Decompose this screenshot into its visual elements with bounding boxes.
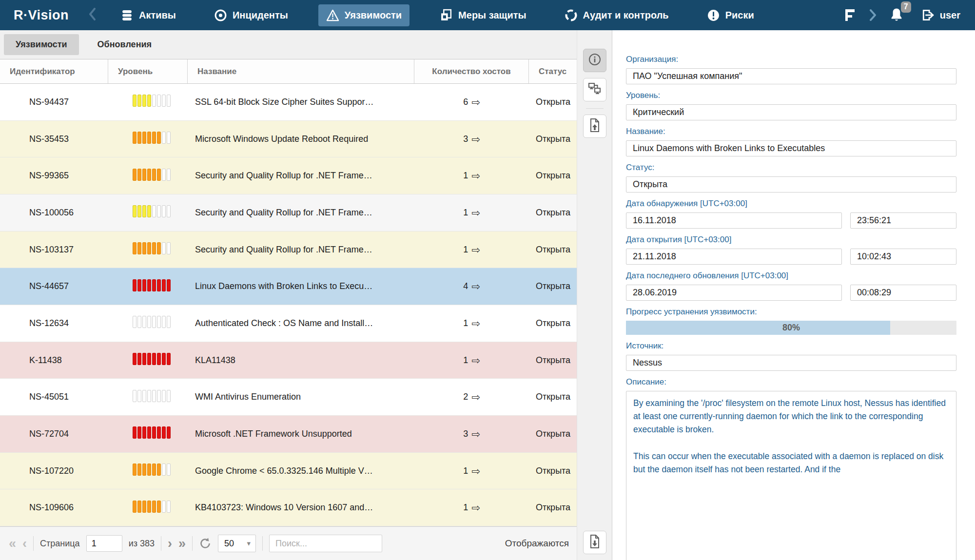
nav-item-label: Уязвимости xyxy=(345,10,402,21)
level-cell xyxy=(108,279,188,294)
vuln-status: Открыта xyxy=(529,134,577,144)
tab-updates[interactable]: Обновления xyxy=(86,34,163,55)
level-segment xyxy=(167,316,171,328)
column-header-level[interactable]: Уровень xyxy=(108,59,188,83)
severity-level-bar xyxy=(133,132,171,144)
refresh-button[interactable] xyxy=(199,537,212,550)
goto-hosts-arrow-icon[interactable]: ⇨ xyxy=(471,502,480,513)
column-header-id[interactable]: Идентификатор xyxy=(0,59,108,83)
import-file-button[interactable] xyxy=(583,115,606,138)
goto-hosts-arrow-icon[interactable]: ⇨ xyxy=(471,318,480,328)
collapse-menu-button[interactable] xyxy=(88,8,96,22)
table-row[interactable]: K-11438KLA114381⇨Открыта xyxy=(0,342,577,379)
vuln-id: NS-94437 xyxy=(0,97,108,107)
nav-item-audit[interactable]: Аудит и контроль xyxy=(557,4,677,26)
table-row[interactable]: NS-109606KB4103723: Windows 10 Version 1… xyxy=(0,489,577,526)
description-textarea[interactable]: By examining the '/proc' filesystem on t… xyxy=(626,391,956,560)
table-row[interactable]: NS-100056Security and Quality Rollup for… xyxy=(0,194,577,232)
level-input[interactable] xyxy=(626,104,956,120)
column-header-status[interactable]: Статус xyxy=(529,59,577,83)
level-segment xyxy=(157,132,161,144)
opened-date-input[interactable] xyxy=(626,249,842,265)
goto-hosts-arrow-icon[interactable]: ⇨ xyxy=(471,134,480,144)
table-row[interactable]: NS-12634Authenticated Check : OS Name an… xyxy=(0,305,577,342)
status-input[interactable] xyxy=(626,176,956,193)
goto-hosts-arrow-icon[interactable]: ⇨ xyxy=(471,355,480,366)
level-segment xyxy=(157,242,161,254)
user-menu[interactable]: user xyxy=(921,8,960,22)
status-label: Статус: xyxy=(626,163,956,173)
level-segment xyxy=(142,501,146,513)
goto-hosts-arrow-icon[interactable]: ⇨ xyxy=(471,97,480,107)
level-segment xyxy=(152,463,156,476)
audit-icon xyxy=(565,9,578,22)
table-row[interactable]: NS-45051WMI Antivirus Enumeration2⇨Откры… xyxy=(0,379,577,416)
level-segment xyxy=(162,316,166,328)
table-row[interactable]: NS-103137Security and Quality Rollup for… xyxy=(0,232,577,269)
search-input[interactable] xyxy=(269,535,382,552)
hosts-cell: 1⇨ xyxy=(414,318,529,328)
column-header-hosts[interactable]: Количество хостов xyxy=(414,59,529,83)
file-download-icon xyxy=(588,534,602,551)
table-row[interactable]: NS-72704Microsoft .NET Framework Unsuppo… xyxy=(0,416,577,453)
export-file-button[interactable] xyxy=(583,531,606,554)
goto-hosts-arrow-icon[interactable]: ⇨ xyxy=(471,466,480,476)
nav-item-incidents[interactable]: Инциденты xyxy=(206,4,296,26)
prev-page-button[interactable]: ‹ xyxy=(22,537,27,550)
level-segment xyxy=(147,353,151,365)
notifications-button[interactable]: 7 xyxy=(889,7,904,23)
hosts-panel-button[interactable] xyxy=(583,78,606,101)
table-row[interactable]: NS-35453Microsoft Windows Update Reboot … xyxy=(0,121,577,158)
updated-time-input[interactable] xyxy=(850,285,956,301)
severity-level-bar xyxy=(133,95,171,107)
org-structure-icon[interactable] xyxy=(844,8,857,22)
opened-time-input[interactable] xyxy=(850,249,956,265)
level-segment xyxy=(157,390,161,402)
vuln-status: Открыта xyxy=(529,466,577,476)
level-segment xyxy=(147,242,151,254)
name-input[interactable] xyxy=(626,140,956,156)
table-row[interactable]: NS-99365Security and Quality Rollup for … xyxy=(0,157,577,194)
last-page-button[interactable]: » xyxy=(178,537,186,550)
nav-item-vulnerabilities[interactable]: Уязвимости xyxy=(318,4,410,26)
level-segment xyxy=(133,169,136,181)
page-number-input[interactable] xyxy=(86,535,122,552)
info-panel-button[interactable] xyxy=(583,49,606,72)
vuln-id: NS-45051 xyxy=(0,392,108,402)
progress-label: Прогресс устранения уязвимости: xyxy=(626,307,956,317)
nav-item-measures[interactable]: Меры защиты xyxy=(432,4,534,26)
discovered-date-input[interactable] xyxy=(626,212,842,229)
nav-item-assets[interactable]: Активы xyxy=(113,4,184,26)
level-segment xyxy=(133,426,136,439)
level-segment xyxy=(167,501,171,513)
updated-date-input[interactable] xyxy=(626,285,842,301)
tab-vulnerabilities[interactable]: Уязвимости xyxy=(4,34,79,55)
hosts-cell: 1⇨ xyxy=(414,208,529,218)
toolbar-divider xyxy=(586,108,604,109)
source-input[interactable] xyxy=(626,355,956,371)
host-count: 1 xyxy=(463,318,468,328)
page-size-select[interactable]: 50 ▾ xyxy=(218,535,256,552)
level-segment xyxy=(137,426,141,439)
table-row[interactable]: NS-107220Google Chrome < 65.0.3325.146 M… xyxy=(0,453,577,490)
assets-icon xyxy=(120,9,134,22)
nav-item-risks[interactable]: Риски xyxy=(699,4,762,26)
level-segment xyxy=(167,132,171,144)
goto-hosts-arrow-icon[interactable]: ⇨ xyxy=(471,392,480,402)
table-row[interactable]: NS-44657Linux Daemons with Broken Links … xyxy=(0,268,577,305)
org-input[interactable] xyxy=(626,68,956,84)
goto-hosts-arrow-icon[interactable]: ⇨ xyxy=(471,281,480,291)
discovered-time-input[interactable] xyxy=(850,212,956,229)
host-count: 1 xyxy=(463,466,468,476)
source-label: Источник: xyxy=(626,341,956,351)
level-segment xyxy=(142,316,146,328)
goto-hosts-arrow-icon[interactable]: ⇨ xyxy=(471,429,480,439)
goto-hosts-arrow-icon[interactable]: ⇨ xyxy=(471,245,480,255)
goto-hosts-arrow-icon[interactable]: ⇨ xyxy=(471,171,480,181)
goto-hosts-arrow-icon[interactable]: ⇨ xyxy=(471,208,480,218)
table-row[interactable]: NS-94437SSL 64-bit Block Size Cipher Sui… xyxy=(0,84,577,121)
chevron-right-icon[interactable] xyxy=(869,9,877,21)
column-header-name[interactable]: Название xyxy=(188,59,414,83)
first-page-button[interactable]: « xyxy=(9,537,16,550)
next-page-button[interactable]: › xyxy=(168,537,172,550)
